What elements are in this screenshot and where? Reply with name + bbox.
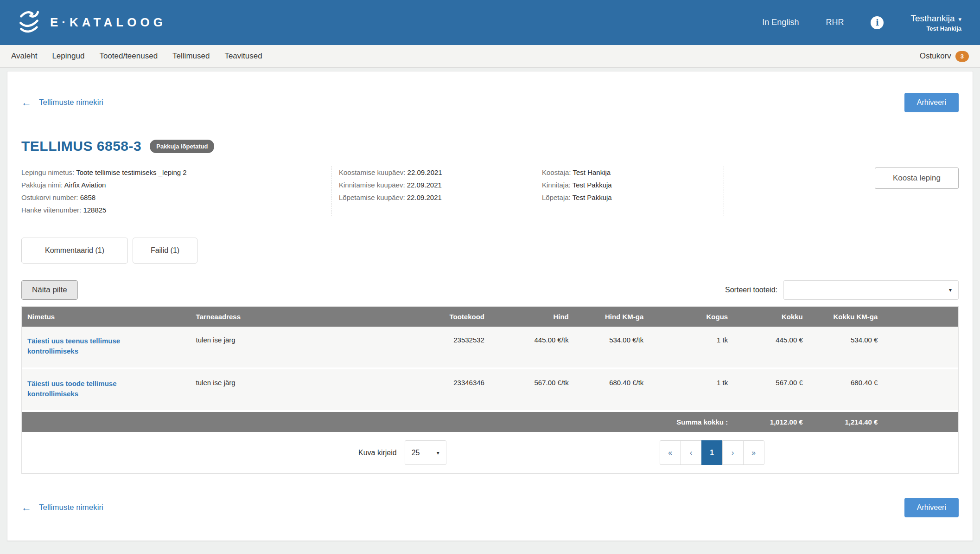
item-spacer: [883, 368, 958, 411]
language-link[interactable]: In English: [762, 18, 799, 27]
nav-item-avaleht[interactable]: Avaleht: [11, 52, 37, 61]
item-qty: 1 tk: [649, 327, 733, 368]
info-field: Lepingu nimetus: Toote tellimise testimi…: [21, 166, 331, 179]
page-size-label: Kuva kirjeid: [358, 449, 397, 457]
cart-label: Ostukorv: [920, 52, 951, 61]
page-size-control: Kuva kirjeid 25 ▾: [358, 440, 446, 465]
item-total: 567.00 €: [733, 368, 808, 411]
info-field: Koostaja: Test Hankija: [542, 166, 724, 179]
back-link-label: Tellimuste nimekiri: [39, 503, 103, 512]
nav-item-tooted-teenused[interactable]: Tooted/teenused: [99, 52, 158, 61]
chevron-down-icon: ▾: [949, 287, 952, 293]
item-price-vat: 680.40 €/tk: [574, 368, 649, 411]
info-field: Pakkuja nimi: Airfix Aviation: [21, 179, 331, 191]
item-name-link[interactable]: Täiesti uus toode tellimuse kontrollimis…: [27, 379, 144, 399]
show-images-button[interactable]: Näita pilte: [21, 280, 78, 300]
item-name-link[interactable]: Täiesti uus teenus tellimuse kontrollimi…: [27, 336, 144, 356]
pager: « ‹ 1 › »: [660, 440, 764, 465]
order-info: Lepingu nimetus: Toote tellimise testimi…: [21, 166, 959, 216]
info-action-column: Koosta leping: [724, 166, 959, 216]
title-row: TELLIMUS 6858-3 Pakkuja lõpetatud: [21, 138, 959, 154]
sort-select[interactable]: ▾: [783, 280, 959, 300]
order-items-table-container: Nimetus Tarneaadress Tootekood Hind Hind…: [21, 306, 959, 474]
chevron-down-icon: ▾: [437, 450, 439, 456]
rhr-link[interactable]: RHR: [826, 18, 844, 27]
item-code: 23532532: [340, 327, 490, 368]
table-toolbar: Näita pilte Sorteeri tooteid: ▾: [21, 280, 959, 300]
back-to-orders-link[interactable]: ← Tellimuste nimekiri: [21, 97, 103, 108]
col-header-spacer: [883, 307, 958, 327]
item-code: 23346346: [340, 368, 490, 411]
item-total-vat: 680.40 €: [808, 368, 884, 411]
info-column-contract: Lepingu nimetus: Toote tellimise testimi…: [21, 166, 331, 216]
create-contract-button[interactable]: Koosta leping: [875, 167, 959, 189]
info-field: Ostukorvi number: 6858: [21, 191, 331, 204]
item-spacer: [883, 327, 958, 368]
item-price-vat: 534.00 €/tk: [574, 327, 649, 368]
item-total: 445.00 €: [733, 327, 808, 368]
pager-page-1-button[interactable]: 1: [701, 440, 723, 465]
app-logo[interactable]: E·KATALOOG: [17, 9, 166, 37]
pagination-row: Kuva kirjeid 25 ▾ « ‹ 1 › »: [22, 432, 958, 473]
summary-total-vat: 1,214.40 €: [808, 411, 884, 432]
table-header-row: Nimetus Tarneaadress Tootekood Hind Hind…: [22, 307, 958, 327]
item-price: 567.00 €/tk: [490, 368, 574, 411]
back-arrow-icon: ←: [21, 97, 32, 108]
col-header-kokku: Kokku: [733, 307, 808, 327]
page-size-select[interactable]: 25 ▾: [405, 440, 446, 465]
info-column-people: Koostaja: Test Hankija Kinnitaja: Test P…: [542, 166, 724, 216]
archive-button-top[interactable]: Arhiveeri: [904, 93, 959, 112]
col-header-hind-km: Hind KM-ga: [574, 307, 649, 327]
item-address: tulen ise järg: [191, 327, 340, 368]
back-arrow-icon: ←: [21, 502, 32, 513]
pager-last-button[interactable]: »: [743, 440, 764, 465]
col-header-kogus: Kogus: [649, 307, 733, 327]
item-price: 445.00 €/tk: [490, 327, 574, 368]
item-total-vat: 534.00 €: [808, 327, 884, 368]
chevron-down-icon: ▾: [958, 16, 961, 23]
info-field: Kinnitaja: Test Pakkuja: [542, 179, 724, 191]
info-column-dates: Koostamise kuupäev: 22.09.2021 Kinnitami…: [331, 166, 542, 216]
col-header-nimetus: Nimetus: [22, 307, 191, 327]
sort-label: Sorteeri tooteid:: [725, 286, 777, 294]
info-field: Koostamise kuupäev: 22.09.2021: [339, 166, 542, 179]
order-detail-card: ← Tellimuste nimekiri Arhiveeri TELLIMUS…: [7, 71, 973, 541]
info-field: Lõpetamise kuupäev: 22.09.2021: [339, 191, 542, 204]
page-size-value: 25: [412, 449, 420, 457]
item-address: tulen ise järg: [191, 368, 340, 411]
sort-control: Sorteeri tooteid: ▾: [725, 280, 959, 300]
info-icon[interactable]: i: [871, 16, 884, 29]
tab-files[interactable]: Failid (1): [133, 238, 197, 264]
order-items-table: Nimetus Tarneaadress Tootekood Hind Hind…: [22, 307, 958, 432]
user-menu[interactable]: Testhankija▾ Test Hankija: [910, 13, 961, 32]
cart-count-badge: 3: [955, 51, 969, 62]
user-organization: Test Hankija: [910, 25, 961, 32]
cart-link[interactable]: Ostukorv 3: [920, 51, 969, 62]
info-field: Lõpetaja: Test Pakkuja: [542, 191, 724, 204]
status-badge: Pakkuja lõpetatud: [150, 140, 214, 153]
top-actions-row: ← Tellimuste nimekiri Arhiveeri: [21, 71, 959, 112]
table-row: Täiesti uus toode tellimuse kontrollimis…: [22, 368, 958, 411]
tab-comments[interactable]: Kommentaarid (1): [21, 238, 128, 264]
col-header-tootekood: Tootekood: [340, 307, 490, 327]
pager-first-button[interactable]: «: [660, 440, 681, 465]
nav-item-teavitused[interactable]: Teavitused: [224, 52, 262, 61]
back-to-orders-link-bottom[interactable]: ← Tellimuste nimekiri: [21, 502, 103, 513]
nav-item-tellimused[interactable]: Tellimused: [172, 52, 210, 61]
archive-button-bottom[interactable]: Arhiveeri: [904, 498, 959, 517]
summary-spacer: [883, 411, 958, 432]
item-qty: 1 tk: [649, 368, 733, 411]
summary-total: 1,012.00 €: [733, 411, 808, 432]
pager-prev-button[interactable]: ‹: [681, 440, 702, 465]
col-header-tarneaadress: Tarneaadress: [191, 307, 340, 327]
top-header: E·KATALOOG In English RHR i Testhankija▾…: [0, 0, 980, 45]
tabs: Kommentaarid (1) Failid (1): [21, 238, 959, 264]
topbar-right: In English RHR i Testhankija▾ Test Hanki…: [762, 13, 961, 32]
col-header-hind: Hind: [490, 307, 574, 327]
info-field: Kinnitamise kuupäev: 22.09.2021: [339, 179, 542, 191]
nav-item-lepingud[interactable]: Lepingud: [52, 52, 84, 61]
logo-icon: [17, 9, 42, 37]
pager-next-button[interactable]: ›: [722, 440, 744, 465]
col-header-kokku-km: Kokku KM-ga: [808, 307, 884, 327]
user-name: Testhankija: [910, 13, 955, 23]
